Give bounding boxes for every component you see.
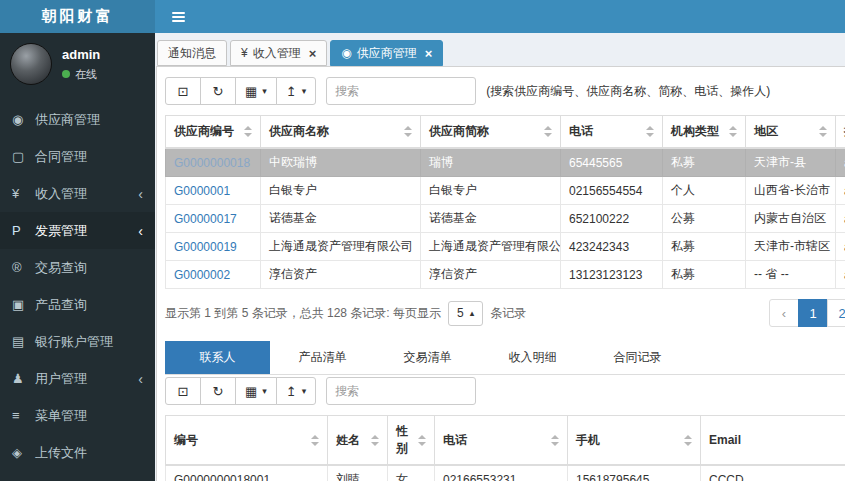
column-header-label: 供应商简称 xyxy=(429,123,489,140)
chevron-left-icon: ‹ xyxy=(138,224,143,238)
detail-tab-contract-records[interactable]: 合同记录 xyxy=(585,341,690,374)
columns-button[interactable]: ▦▾ xyxy=(235,77,277,105)
caret-down-icon: ▾ xyxy=(262,87,267,96)
sidebar-item-transaction-query[interactable]: ®交易查询 xyxy=(0,249,155,286)
prev-page-button[interactable]: ‹ xyxy=(769,299,799,327)
column-header[interactable]: 机构类型 xyxy=(663,116,746,149)
column-header[interactable]: 电话 xyxy=(561,116,663,149)
refresh-button[interactable]: ↻ xyxy=(200,77,236,105)
sort-icon xyxy=(684,435,692,446)
sidebar-item-supplier-management[interactable]: ◉供应商管理 xyxy=(0,101,155,138)
table-row[interactable]: G0000000018中欧瑞博瑞博65445565私募天津市-县admin xyxy=(166,148,845,177)
column-header[interactable]: 供应商名称 xyxy=(261,116,421,149)
column-header[interactable]: 地区 xyxy=(746,116,836,149)
supplier-panel: ⊡ ↻ ▦▾ ↥▾ (搜索供应商编号、供应商名称、简称、电话、操作人) 供应商编… xyxy=(156,66,845,481)
column-header-label: 机构类型 xyxy=(671,123,719,140)
sort-icon xyxy=(819,126,827,137)
pagination-info: 显示第 1 到第 5 条记录，总共 128 条记录: 每页显示 5 ▴ 条记录 xyxy=(165,301,526,326)
registered-icon: ® xyxy=(12,260,35,275)
tab-close-icon[interactable]: × xyxy=(425,47,433,60)
cell: 刘睛 xyxy=(328,465,388,481)
page-size-dropdown[interactable]: 5 ▴ xyxy=(448,301,483,326)
sidebar-item-user-management[interactable]: ♟用户管理‹ xyxy=(0,360,155,397)
tab-close-icon[interactable]: × xyxy=(309,47,317,60)
column-header[interactable]: 编号 xyxy=(166,416,328,466)
top-navbar xyxy=(155,0,845,33)
supplier-id-link[interactable]: G0000000018 xyxy=(174,156,250,170)
sidebar-item-upload-file[interactable]: ◈上传文件 xyxy=(0,434,155,471)
user-panel: admin 在线 xyxy=(0,33,155,97)
tab-bar: 通知消息¥收入管理×◉供应商管理× xyxy=(156,39,845,66)
table-row[interactable]: G0000000018001刘睛女0216655323115618795645C… xyxy=(166,465,845,481)
detail-tab-transaction-list[interactable]: 交易清单 xyxy=(375,341,480,374)
table-row[interactable]: G00000017诺德基金诺德基金652100222公募内蒙古自治区admin xyxy=(166,205,845,233)
tab-income-management[interactable]: ¥收入管理× xyxy=(230,40,327,66)
cell: 私募 xyxy=(663,148,746,177)
sidebar-toggle-icon[interactable] xyxy=(170,8,187,26)
cell: 山西省-长治市 xyxy=(746,177,836,205)
supplier-search-input[interactable] xyxy=(326,77,476,105)
table-row[interactable]: G00000019上海通晟资产管理有限公司上海通晟资产管理有限公司4232423… xyxy=(166,233,845,261)
supplier-table: 供应商编号供应商名称供应商简称电话机构类型地区操作人G0000000018中欧瑞… xyxy=(165,115,845,289)
page-button-1[interactable]: 1 xyxy=(798,299,828,327)
upload-icon: ◈ xyxy=(12,445,35,460)
sidebar-item-bank-account-management[interactable]: ▤银行账户管理 xyxy=(0,323,155,360)
sidebar-item-menu-management[interactable]: ≡菜单管理 xyxy=(0,397,155,434)
column-header[interactable]: 供应商简称 xyxy=(421,116,561,149)
cell: G0000002 xyxy=(166,261,261,289)
cell: 个人 xyxy=(663,177,746,205)
table-row[interactable]: G0000002淳信资产淳信资产13123123123私募-- 省 --admi… xyxy=(166,261,845,289)
sort-icon xyxy=(404,126,412,137)
detail-tab-product-list[interactable]: 产品清单 xyxy=(270,341,375,374)
cell: admin xyxy=(836,177,845,205)
cell: 天津市-县 xyxy=(746,148,836,177)
pagination-info-text: 显示第 1 到第 5 条记录，总共 128 条记录: 每页显示 xyxy=(165,305,441,322)
column-header[interactable]: 性别 xyxy=(388,416,435,466)
sort-icon xyxy=(729,126,737,137)
pager: ‹12 xyxy=(769,299,845,327)
cell: 淳信资产 xyxy=(421,261,561,289)
page-button-2[interactable]: 2 xyxy=(827,299,845,327)
contact-search-input[interactable] xyxy=(326,377,476,405)
supplier-id-link[interactable]: G0000001 xyxy=(174,184,230,198)
cell: 公募 xyxy=(663,205,746,233)
toggle-pagination-button[interactable]: ⊡ xyxy=(165,377,201,405)
column-header[interactable]: 供应商编号 xyxy=(166,116,261,149)
sidebar-item-income-management[interactable]: ¥收入管理‹ xyxy=(0,175,155,212)
column-header[interactable]: 操作人 xyxy=(836,116,845,149)
caret-down-icon: ▾ xyxy=(302,387,307,396)
tab-supplier-management[interactable]: ◉供应商管理× xyxy=(330,40,443,66)
sidebar-item-invoice-management[interactable]: P发票管理‹ xyxy=(0,212,155,249)
supplier-id-link[interactable]: G0000002 xyxy=(174,268,230,282)
cell: admin xyxy=(836,148,845,177)
sidebar-item-product-query[interactable]: ▣产品查询 xyxy=(0,286,155,323)
column-header[interactable]: 电话 xyxy=(435,416,568,466)
supplier-id-link[interactable]: G00000019 xyxy=(174,240,237,254)
column-header[interactable]: 手机 xyxy=(568,416,701,466)
toggle-pagination-button[interactable]: ⊡ xyxy=(165,77,201,105)
detail-tab-income-detail[interactable]: 收入明细 xyxy=(480,341,585,374)
pagination: 显示第 1 到第 5 条记录，总共 128 条记录: 每页显示 5 ▴ 条记录 … xyxy=(165,299,845,327)
column-header-label: 地区 xyxy=(754,123,778,140)
detail-tab-contacts[interactable]: 联系人 xyxy=(165,341,270,374)
sidebar-item-contract-management[interactable]: ▢合同管理 xyxy=(0,138,155,175)
refresh-icon: ↻ xyxy=(213,85,224,98)
cell: 13123123123 xyxy=(561,261,663,289)
sort-icon xyxy=(551,435,559,446)
columns-button[interactable]: ▦▾ xyxy=(235,377,277,405)
sort-icon xyxy=(371,435,379,446)
column-header[interactable]: Email xyxy=(701,416,845,466)
sidebar-item-label: 交易查询 xyxy=(35,259,87,277)
columns-grid-icon: ▦ xyxy=(245,85,257,98)
refresh-button[interactable]: ↻ xyxy=(200,377,236,405)
column-header[interactable]: 姓名 xyxy=(328,416,388,466)
chevron-left-icon: ‹ xyxy=(138,187,143,201)
supplier-id-link[interactable]: G00000017 xyxy=(174,212,237,226)
cell: 女 xyxy=(388,465,435,481)
export-button[interactable]: ↥▾ xyxy=(276,77,316,105)
cell: 淳信资产 xyxy=(261,261,421,289)
export-button[interactable]: ↥▾ xyxy=(276,377,316,405)
table-row[interactable]: G0000001白银专户白银专户02156554554个人山西省-长治市admi… xyxy=(166,177,845,205)
tab-notifications[interactable]: 通知消息 xyxy=(157,40,227,66)
brand-title[interactable]: 朝阳财富 xyxy=(0,0,155,33)
